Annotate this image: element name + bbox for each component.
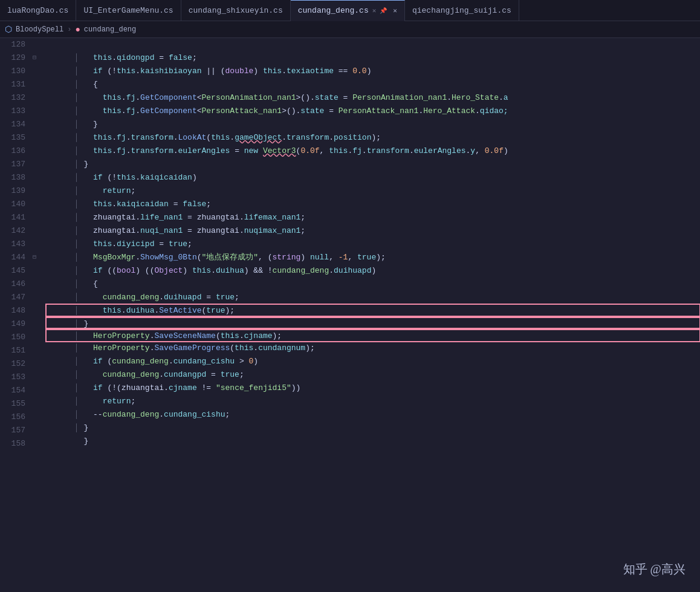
tab-label: UI_EnterGameMenu.cs (83, 6, 173, 15)
code-line-132: │ this.fj.GetComponent<PersonAttack_nan1… (46, 91, 700, 105)
line-num-133: 133 (0, 105, 31, 118)
code-line-155: │ --cundang_deng.cundang_cishu; (46, 395, 700, 408)
tab-label: cundang_deng.cs (298, 6, 369, 15)
line-num-146: 146 (0, 278, 31, 291)
watermark: 知乎 @高兴 (623, 561, 685, 577)
code-line-157: } (46, 421, 700, 435)
breadcrumb-file: cundang_deng (84, 25, 136, 34)
code-line-146: │ cundang_deng.duihuapd = true; (46, 278, 700, 291)
line-num-138: 138 (0, 171, 31, 184)
code-line-136: │ } (46, 145, 700, 158)
line-num-141: 141 (0, 211, 31, 224)
line-num-128: 128 (0, 38, 31, 51)
line-num-137: 137 (0, 158, 31, 171)
line-num-156: 156 (0, 411, 31, 424)
tab-cundang_shixueyin[interactable]: cundang_shixueyin.cs (181, 0, 291, 21)
code-line-130: │ { (46, 65, 700, 78)
code-line-135: │ this.fj.transform.eulerAngles = new Ve… (46, 131, 700, 145)
line-num-151: 151 (0, 344, 31, 357)
code-line-141: │ zhuangtai.nuqi_nan1 = zhuangtai.nuqima… (46, 211, 700, 224)
code-lines: │ this.qidongpd = false; │ if (!this.kai… (44, 38, 700, 592)
tab-qiechangjing_suiji[interactable]: qiechangjing_suiji.cs (405, 0, 519, 21)
code-line-140: │ zhuangtai.life_nan1 = zhuangtai.lifema… (46, 198, 700, 211)
namespace-icon: ⬡ (5, 24, 12, 34)
line-num-147: 147 (0, 291, 31, 304)
code-line-144: │ if ((bool) ((Object) this.duihua) && !… (46, 251, 700, 264)
line-num-135: 135 (0, 131, 31, 145)
line-num-130: 130 (0, 65, 31, 78)
tab-cundang_deng[interactable]: cundang_deng.cs ✕ 📌 ✕ (291, 0, 405, 21)
line-num-155: 155 (0, 397, 31, 411)
tab-luaRongDao[interactable]: luaRongDao.cs (0, 0, 76, 21)
line-num-149: 149 (0, 317, 31, 331)
line-num-140: 140 (0, 198, 31, 211)
code-line-156: │ } (46, 408, 700, 421)
tab-label: qiechangjing_suiji.cs (412, 6, 511, 15)
code-line-147: │ this.duihua.SetActive(true); (46, 291, 700, 304)
line-num-134: 134 (0, 118, 31, 131)
code-line-152: │ cundang_deng.cundangpd = true; (46, 355, 700, 368)
tab-close-icon[interactable]: ✕ (393, 7, 397, 15)
code-line-158 (46, 435, 700, 448)
line-num-158: 158 (0, 437, 31, 451)
breadcrumb-separator: › (67, 25, 71, 34)
code-line-145: │ { (46, 264, 700, 278)
code-line-131: │ this.fj.GetComponent<PersonAnimation_n… (46, 78, 700, 91)
gutter: ⊟ ⊟ (31, 38, 44, 592)
line-num-132: 132 (0, 91, 31, 105)
code-line-149: │ HeroProperty.SaveSceneName(this.cjname… (46, 316, 700, 330)
tab-label: cundang_shixueyin.cs (189, 6, 283, 15)
line-numbers: 128 129 130 131 132 133 134 135 136 137 … (0, 38, 31, 592)
code-line-138: │ return; (46, 171, 700, 184)
fold-icon-144[interactable]: ⊟ (33, 251, 36, 264)
code-area: 128 129 130 131 132 133 134 135 136 137 … (0, 38, 700, 592)
tab-bar: luaRongDao.cs UI_EnterGameMenu.cs cundan… (0, 0, 700, 21)
line-num-143: 143 (0, 238, 31, 251)
line-num-131: 131 (0, 78, 31, 91)
tab-pin-icon: 📌 (380, 7, 387, 15)
line-num-139: 139 (0, 184, 31, 198)
code-line-142: │ this.diyicipd = true; (46, 224, 700, 238)
tab-label: luaRongDao.cs (7, 6, 68, 15)
code-line-143: │ MsgBoxMgr.ShowMsg_0Btn("地点保存成功", (stri… (46, 238, 700, 251)
line-num-152: 152 (0, 357, 31, 371)
code-line-134: │ this.fj.transform.LookAt(this.gameObje… (46, 118, 700, 131)
code-line-128: │ this.qidongpd = false; (46, 38, 700, 51)
code-line-150: │ HeroProperty.SaveGameProgress(this.cun… (46, 328, 700, 342)
line-num-157: 157 (0, 424, 31, 437)
line-num-148: 148 (0, 304, 31, 317)
file-icon: ● (75, 25, 80, 34)
line-num-142: 142 (0, 224, 31, 238)
line-num-144: 144 (0, 251, 31, 264)
line-num-153: 153 (0, 371, 31, 384)
fold-icon-129[interactable]: ⊟ (33, 51, 36, 65)
code-line-137: │ if (!this.kaiqicaidan) (46, 158, 700, 171)
line-num-129: 129 (0, 51, 31, 65)
code-line-133: │ } (46, 105, 700, 118)
line-num-145: 145 (0, 264, 31, 278)
line-num-154: 154 (0, 384, 31, 397)
code-line-129: │ if (!this.kaishibiaoyan || (double) th… (46, 51, 700, 65)
code-line-148: │ } (46, 304, 700, 317)
line-num-136: 136 (0, 145, 31, 158)
code-line-154: │ return; (46, 382, 700, 395)
code-line-139: │ this.kaiqicaidan = false; (46, 184, 700, 198)
breadcrumb-namespace: BloodySpell (16, 25, 63, 34)
tab-UI_EnterGameMenu[interactable]: UI_EnterGameMenu.cs (76, 0, 181, 21)
line-num-150: 150 (0, 331, 31, 344)
breadcrumb-bar: ⬡ BloodySpell › ● cundang_deng (0, 21, 700, 38)
code-line-153: │ if (!(zhuangtai.cjname != "sence_fenji… (46, 368, 700, 382)
